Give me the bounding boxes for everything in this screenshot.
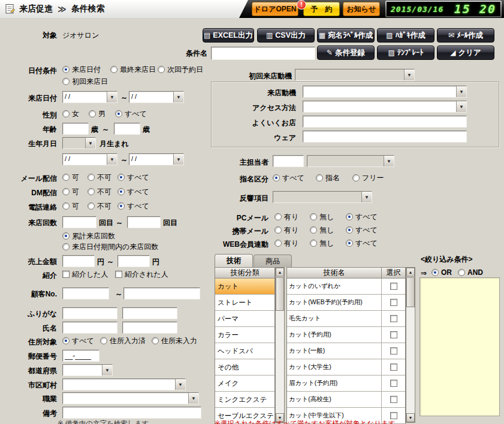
radio-cumulative-visits[interactable] <box>62 232 70 240</box>
radio-male[interactable] <box>89 110 96 117</box>
chevron-down-icon[interactable]: ▼ <box>188 393 198 404</box>
radio-pcmail-all[interactable] <box>346 213 353 220</box>
tech-scrollbar[interactable]: ▲ ▼ <box>406 267 415 423</box>
tech-select-checkbox[interactable] <box>390 347 397 355</box>
name-first-input[interactable] <box>122 322 177 334</box>
radio-pcmail-yes[interactable] <box>274 213 282 220</box>
radio-option-dm-ok[interactable]: 可 <box>62 187 79 196</box>
favorite-shop-input[interactable] <box>303 116 467 128</box>
radio-option-address-entered[interactable]: 住所入力済 <box>100 337 146 345</box>
excel-export-button[interactable]: ▤EXCEL出力 <box>203 28 254 43</box>
motive-combo[interactable]: ▼ <box>303 86 467 98</box>
radio-option-last-visit[interactable]: 最終来店日 <box>110 65 156 74</box>
city-value[interactable] <box>63 379 175 390</box>
radio-option-next-reserve[interactable]: 次回予約日 <box>158 65 203 74</box>
chevron-down-icon[interactable]: ▼ <box>404 69 414 80</box>
address-label-button[interactable]: ▦宛名ﾗﾍﾞﾙ作成 <box>317 28 375 43</box>
access-method-combo[interactable]: ▼ <box>303 101 467 113</box>
tech-select-checkbox[interactable] <box>390 380 397 387</box>
chevron-down-icon[interactable]: ▼ <box>456 86 466 97</box>
tech-category-item[interactable]: その他 <box>215 359 274 375</box>
first-motive-combo[interactable]: ▼ <box>295 69 415 81</box>
radio-mobilemail-yes[interactable] <box>274 226 282 234</box>
job-value[interactable] <box>63 393 188 404</box>
radio-option-first-visit[interactable]: 初回来店日 <box>62 77 108 86</box>
chevron-down-icon[interactable]: ▼ <box>384 156 394 166</box>
tech-category-item[interactable]: ミンクエクステ <box>215 392 274 408</box>
checkbox-option-introduced-person[interactable]: 紹介された人 <box>115 270 168 278</box>
scroll-down-icon[interactable]: ▼ <box>406 413 415 422</box>
template-button[interactable]: ▨ﾃﾝﾌﾟﾚｰﾄ <box>377 46 434 60</box>
chevron-down-icon[interactable]: ▼ <box>173 154 183 165</box>
radio-option-address-all[interactable]: すべて <box>62 337 94 345</box>
radio-webmember-no[interactable] <box>310 240 317 247</box>
category-scrollbar[interactable]: ▲ ▼ <box>275 267 285 423</box>
chevron-down-icon[interactable]: ▼ <box>361 192 372 202</box>
response-item-value[interactable] <box>273 192 361 202</box>
furigana-first-input[interactable] <box>122 307 177 319</box>
radio-mail-all[interactable] <box>117 174 125 181</box>
chevron-down-icon[interactable]: ▼ <box>456 101 466 112</box>
staff-combo[interactable]: ▼ <box>307 155 394 167</box>
response-item-combo[interactable]: ▼ <box>273 191 372 203</box>
radio-option-pcmail-yes[interactable]: 有り <box>274 213 298 221</box>
radio-nomination-all[interactable] <box>273 174 280 181</box>
radio-option-mobilemail-yes[interactable]: 有り <box>274 226 298 234</box>
prefecture-combo[interactable]: ▼ <box>62 364 113 376</box>
radio-option-tel-all[interactable]: すべて <box>117 202 149 210</box>
radio-option-webmember-no[interactable]: 無し <box>310 239 334 247</box>
chevron-down-icon[interactable]: ▼ <box>173 92 183 102</box>
tech-category-item[interactable]: パーマ <box>215 311 274 327</box>
wear-input[interactable] <box>303 131 467 143</box>
radio-mobilemail-all[interactable] <box>346 226 353 234</box>
birth-month-combo[interactable]: ▼ <box>62 137 96 149</box>
radio-mail-ng[interactable] <box>87 174 95 181</box>
visit-date-from-value[interactable]: / / <box>63 92 107 102</box>
postcard-button[interactable]: ▧ﾊｶﾞｷ作成 <box>377 28 434 43</box>
radio-option-webmember-yes[interactable]: 有り <box>274 239 298 247</box>
radio-or[interactable] <box>431 269 439 276</box>
radio-option-pcmail-no[interactable]: 無し <box>310 213 334 221</box>
visit-count-from-input[interactable] <box>62 216 96 228</box>
radio-option-male[interactable]: 男 <box>89 110 105 118</box>
condition-register-button[interactable]: ✎条件登録 <box>317 46 375 60</box>
condition-name-input[interactable] <box>211 47 315 60</box>
radio-option-or[interactable]: OR <box>431 268 452 277</box>
tech-select-checkbox[interactable] <box>390 396 397 403</box>
sales-from-input[interactable] <box>62 255 95 267</box>
tech-category-item[interactable]: カラー <box>215 327 274 343</box>
radio-pcmail-no[interactable] <box>310 213 317 220</box>
drawer-open-button[interactable]: ドロアOPEN <box>252 2 298 16</box>
radio-dm-ok[interactable] <box>62 188 70 195</box>
radio-option-dm-ng[interactable]: 不可 <box>87 187 111 196</box>
tech-select-checkbox[interactable] <box>390 315 397 322</box>
radio-option-female[interactable]: 女 <box>62 110 79 118</box>
notice-button[interactable]: お知らせ <box>343 2 380 16</box>
radio-option-pcmail-all[interactable]: すべて <box>346 213 378 221</box>
radio-nominated[interactable] <box>316 174 323 181</box>
customer-no-to-input[interactable] <box>123 287 200 299</box>
city-combo[interactable]: ▼ <box>62 378 186 390</box>
tech-category-item[interactable]: カット <box>215 278 274 295</box>
radio-option-nominated[interactable]: 指名 <box>316 174 340 182</box>
radio-option-tel-ok[interactable]: 可 <box>62 202 79 210</box>
checkbox-option-introduced-by[interactable]: 紹介した人 <box>62 270 108 278</box>
visit-date-to-value[interactable]: / / <box>129 92 173 102</box>
chevron-down-icon[interactable]: ▼ <box>102 365 112 375</box>
first-motive-value[interactable] <box>295 69 404 80</box>
radio-option-nomination-all[interactable]: すべて <box>273 174 304 182</box>
radio-option-visit-date[interactable]: 来店日付 <box>62 65 101 74</box>
tech-select-checkbox[interactable] <box>390 299 397 306</box>
visit-date-from-combo[interactable]: / /▼ <box>62 91 117 103</box>
radio-option-mail-ng[interactable]: 不可 <box>87 173 111 181</box>
radio-address-all[interactable] <box>62 337 70 344</box>
radio-female[interactable] <box>62 110 70 117</box>
radio-option-cumulative-visits[interactable]: 累計来店回数 <box>62 232 115 240</box>
name-last-input[interactable] <box>62 322 117 334</box>
staff-code-input[interactable] <box>273 155 304 167</box>
tab-product[interactable]: 商品 <box>253 255 292 267</box>
radio-address-empty[interactable] <box>152 337 159 344</box>
tech-select-checkbox[interactable] <box>390 412 397 419</box>
radio-option-dm-all[interactable]: すべて <box>117 187 149 196</box>
birth-month-value[interactable] <box>63 138 85 149</box>
